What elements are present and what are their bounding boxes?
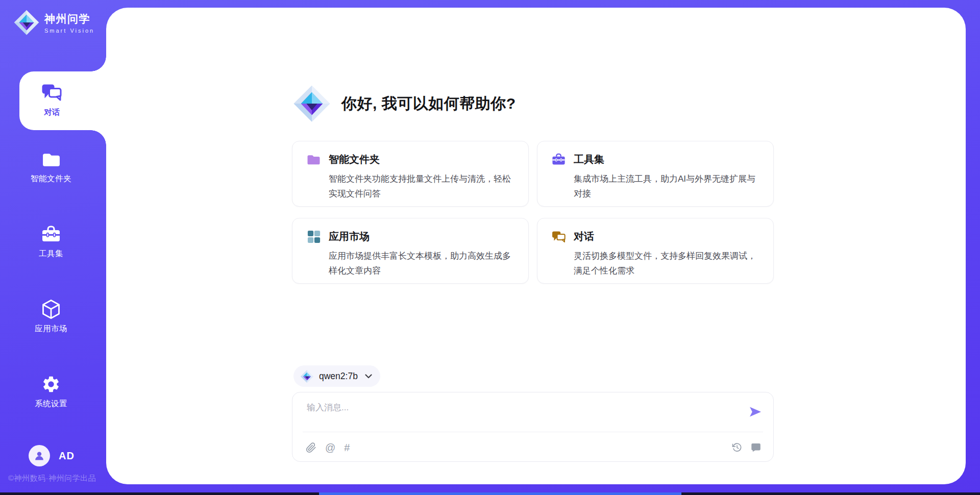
- folder-icon: [307, 153, 321, 166]
- chat-icon: [41, 84, 63, 103]
- sidebar-item-toolset[interactable]: 工具集: [0, 225, 102, 259]
- card-chat[interactable]: 对话 灵活切换多模型文件，支持多样回复效果调试，满足个性化需求: [537, 218, 774, 284]
- sidebar-item-label: 应用市场: [35, 324, 67, 334]
- cube-icon: [41, 300, 61, 319]
- sidebar-item-label: 智能文件夹: [31, 174, 71, 184]
- brand-gem-diamond-icon: [13, 9, 40, 36]
- paperclip-icon[interactable]: [306, 442, 316, 453]
- hero-gem-diamond-icon: [292, 84, 331, 123]
- card-title: 工具集: [574, 153, 604, 166]
- sidebar-item-label: 系统设置: [35, 399, 67, 409]
- card-title: 应用市场: [329, 230, 370, 243]
- gear-icon: [41, 375, 61, 394]
- card-toolset[interactable]: 工具集 集成市场上主流工具，助力AI与外界无缝扩展与对接: [537, 141, 774, 207]
- card-title: 对话: [574, 230, 594, 243]
- card-description: 灵活切换多模型文件，支持多样回复效果调试，满足个性化需求: [574, 249, 762, 278]
- card-app-market[interactable]: 应用市场 应用市场提供丰富长文本模板，助力高效生成多样化文章内容: [292, 218, 529, 284]
- sidebar-item-app-market[interactable]: 应用市场: [0, 300, 102, 334]
- user-avatar-icon: [29, 445, 50, 466]
- grid-icon: [307, 230, 321, 243]
- card-title: 智能文件夹: [329, 153, 380, 166]
- chat-bubble-icon[interactable]: [751, 442, 761, 453]
- card-description: 集成市场上主流工具，助力AI与外界无缝扩展与对接: [574, 171, 762, 201]
- send-icon[interactable]: [749, 406, 762, 418]
- copyright-text: ©神州数码·神州问学出品: [8, 474, 96, 483]
- hash-icon[interactable]: #: [344, 442, 350, 453]
- brand: 神州问学 Smart Vision: [13, 9, 94, 36]
- brand-subtitle: Smart Vision: [44, 28, 94, 34]
- greeting-title: 你好, 我可以如何帮助你?: [341, 93, 516, 114]
- at-icon[interactable]: @: [325, 442, 335, 453]
- bottom-edge-accent: [319, 492, 681, 495]
- chat-icon: [552, 230, 566, 243]
- model-selector[interactable]: qwen2:7b: [293, 365, 380, 387]
- card-description: 智能文件夹功能支持批量文件上传与清洗，轻松实现文件问答: [329, 171, 517, 201]
- user-menu[interactable]: AD: [29, 445, 75, 466]
- sidebar-item-chat[interactable]: 对话: [19, 71, 106, 130]
- brand-name: 神州问学: [44, 12, 94, 26]
- sidebar: 神州问学 Smart Vision 对话 智能文件夹: [0, 0, 106, 495]
- card-smart-folder[interactable]: 智能文件夹 智能文件夹功能支持批量文件上传与清洗，轻松实现文件问答: [292, 141, 529, 207]
- folder-icon: [41, 150, 61, 169]
- shortcut-cards: 智能文件夹 智能文件夹功能支持批量文件上传与清洗，轻松实现文件问答 工具集 集成…: [292, 141, 774, 284]
- main-panel: 你好, 我可以如何帮助你? 智能文件夹 智能文件夹功能支持批量文件上传与清洗，轻…: [106, 8, 966, 484]
- message-composer: @ #: [292, 392, 774, 462]
- sidebar-item-smart-folder[interactable]: 智能文件夹: [0, 150, 102, 184]
- hero: 你好, 我可以如何帮助你?: [292, 84, 516, 123]
- toolbox-icon: [41, 225, 61, 244]
- sidebar-item-settings[interactable]: 系统设置: [0, 375, 102, 409]
- bottom-edge-strip: [0, 492, 980, 495]
- history-icon[interactable]: [732, 442, 742, 453]
- card-description: 应用市场提供丰富长文本模板，助力高效生成多样化文章内容: [329, 249, 517, 278]
- chevron-down-icon: [365, 374, 372, 379]
- user-label: AD: [59, 450, 75, 462]
- message-input[interactable]: [307, 401, 738, 415]
- model-gem-diamond-icon: [300, 369, 314, 383]
- sidebar-item-label: 工具集: [39, 249, 63, 259]
- sidebar-item-label: 对话: [44, 107, 60, 118]
- model-name: qwen2:7b: [319, 371, 358, 382]
- toolbox-icon: [552, 153, 566, 166]
- composer-divider: [303, 432, 763, 432]
